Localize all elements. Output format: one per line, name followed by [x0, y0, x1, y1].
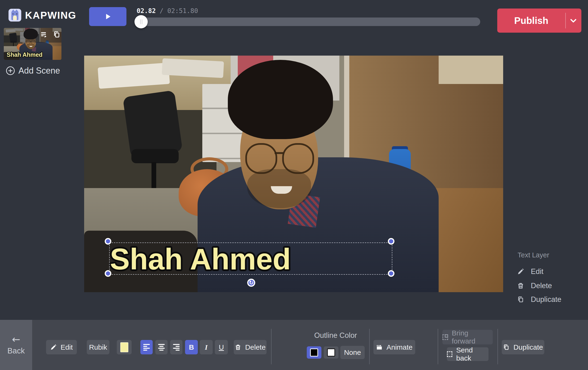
playback-time: 02.82 / 02:51.80 — [136, 7, 198, 14]
font-name: Rubik — [89, 343, 107, 351]
font-select-button[interactable]: Rubik — [87, 340, 109, 354]
back-button[interactable]: ← Back — [0, 320, 32, 370]
rotate-icon: ↻ — [249, 279, 253, 286]
cat-ear-icon — [11, 10, 15, 11]
grip-line — [140, 19, 141, 24]
text-color-button[interactable] — [117, 340, 132, 354]
photo-glasses — [245, 143, 277, 174]
pencil-icon — [50, 344, 57, 351]
italic-button[interactable]: I — [200, 340, 213, 354]
bring-forward-button[interactable]: Bring forward — [442, 330, 493, 344]
thumbnail-text-overlay: Shah Ahmed — [6, 51, 58, 59]
underline-label: U — [219, 343, 224, 351]
chevron-down-icon — [569, 17, 577, 25]
photo-chair — [123, 90, 183, 158]
text-color-swatch — [120, 342, 128, 352]
cat-eye-icon — [12, 13, 13, 14]
video-canvas[interactable]: Shah Ahmed ↻ — [84, 55, 503, 292]
trash-icon — [235, 344, 241, 351]
add-scene-button[interactable]: Add Scene — [6, 66, 60, 76]
photo-glasses — [275, 152, 284, 154]
kapwing-logo-icon[interactable] — [9, 9, 21, 22]
resize-handle-top-left[interactable] — [105, 238, 111, 245]
outline-black-swatch[interactable] — [307, 346, 321, 359]
delete-text-button[interactable]: Delete — [234, 340, 267, 354]
time-separator: / — [156, 7, 167, 14]
toolbar-divider — [271, 329, 272, 364]
publish-button[interactable]: Publish — [497, 9, 581, 33]
photo-papers — [162, 58, 224, 78]
resize-handle-top-right[interactable] — [388, 238, 394, 245]
plus-circle-icon — [6, 66, 15, 76]
align-center-button[interactable] — [155, 340, 168, 354]
cat-belly — [13, 15, 17, 20]
toolbar-divider — [497, 329, 498, 364]
publish-label: Publish — [497, 15, 565, 26]
align-left-icon — [143, 344, 150, 351]
play-button[interactable] — [89, 7, 126, 26]
layer-duplicate-button[interactable]: Duplicate — [517, 295, 561, 304]
toolbar-divider — [438, 329, 438, 364]
seek-bar[interactable] — [138, 18, 480, 26]
underline-button[interactable]: U — [215, 340, 228, 354]
layer-duplicate-label: Duplicate — [531, 295, 561, 304]
align-right-icon — [173, 344, 180, 351]
resize-handle-bottom-left[interactable] — [105, 270, 111, 277]
align-right-button[interactable] — [170, 340, 182, 354]
animate-label: Animate — [386, 343, 412, 351]
bold-button[interactable]: B — [185, 340, 198, 354]
outline-none-label: None — [344, 348, 361, 357]
delete-label: Delete — [245, 343, 266, 351]
kapwing-cat-icon — [11, 11, 18, 20]
white-chip — [327, 348, 335, 357]
back-label: Back — [7, 346, 25, 355]
edit-label: Edit — [61, 343, 73, 351]
clapperboard-icon — [376, 344, 383, 351]
app-title: KAPWING — [25, 10, 76, 21]
scene-notes-icon[interactable] — [40, 31, 48, 38]
copy-icon — [503, 344, 510, 351]
layer-edit-button[interactable]: Edit — [517, 267, 543, 276]
layer-delete-button[interactable]: Delete — [517, 282, 552, 290]
bring-forward-label: Bring forward — [452, 329, 493, 345]
selection-box[interactable] — [109, 242, 392, 275]
send-back-button[interactable]: Send back — [447, 347, 489, 361]
layer-edit-label: Edit — [531, 267, 543, 276]
publish-dropdown-button[interactable] — [565, 13, 581, 28]
pencil-icon — [517, 268, 524, 275]
bold-label: B — [189, 343, 194, 351]
edit-text-button[interactable]: Edit — [46, 340, 77, 354]
outline-color-title: Outline Color — [307, 331, 364, 340]
cat-ear-icon — [15, 10, 18, 11]
photo-cubicle-top — [439, 55, 503, 84]
toolbar-divider — [369, 329, 370, 364]
layer-delete-label: Delete — [531, 282, 552, 290]
send-back-label: Send back — [456, 346, 489, 362]
cat-eye-icon — [16, 13, 17, 14]
animate-button[interactable]: Animate — [373, 340, 415, 354]
align-left-button[interactable] — [140, 340, 153, 354]
thumbnail-label: Shah Ahmed — [7, 51, 42, 58]
italic-label: I — [205, 343, 208, 351]
outline-white-swatch[interactable] — [324, 346, 338, 359]
duplicate-scene-icon[interactable] — [53, 31, 61, 38]
duplicate-text-button[interactable]: Duplicate — [502, 340, 544, 354]
copy-icon — [517, 296, 524, 303]
text-toolbar: ← Back Edit Rubik B I U Delete Outline C… — [0, 320, 588, 370]
add-scene-label: Add Scene — [18, 66, 60, 76]
seek-handle[interactable] — [135, 15, 148, 28]
duplicate-label: Duplicate — [513, 343, 543, 351]
align-center-icon — [158, 344, 165, 351]
current-time: 02.82 — [136, 7, 156, 14]
bring-forward-icon — [442, 334, 448, 340]
rotate-handle[interactable]: ↻ — [247, 279, 255, 287]
resize-handle-bottom-right[interactable] — [388, 270, 394, 277]
total-time: 02:51.80 — [167, 7, 198, 14]
send-back-icon — [447, 351, 452, 357]
photo-chair — [131, 149, 179, 163]
black-chip — [310, 348, 318, 357]
scene-thumbnail[interactable]: Shah Ahmed — [4, 28, 62, 60]
play-icon — [104, 12, 112, 21]
grip-line — [142, 19, 142, 24]
outline-none-button[interactable]: None — [340, 346, 365, 359]
